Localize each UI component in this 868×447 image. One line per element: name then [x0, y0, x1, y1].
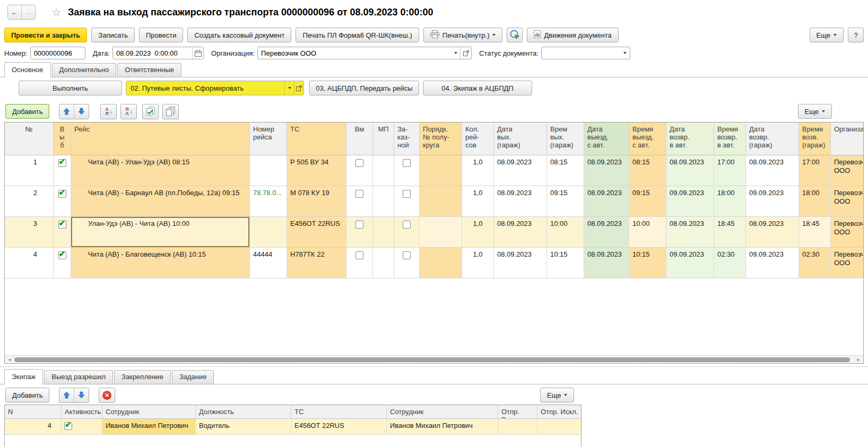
cell-org[interactable]: Перевозчик ООО [831, 248, 864, 278]
column-header-dep_gar_t[interactable]: Врем вых. (гараж) [547, 122, 584, 155]
print-pl-button[interactable]: Печать ПЛ Форма6 QR-ШК(внеш.) [296, 28, 419, 42]
check-all-button[interactable] [142, 104, 159, 119]
column-header-ret_gar_t[interactable]: Время возв. (гараж) [799, 122, 831, 155]
column-header-vm[interactable]: Вм [346, 122, 373, 155]
checkbox[interactable] [58, 221, 66, 229]
cell-sel[interactable] [54, 186, 71, 217]
cell-dep_st_d[interactable]: 08.09.2023 [584, 248, 629, 278]
chevron-down-icon[interactable] [621, 47, 630, 59]
checkbox[interactable] [403, 159, 411, 167]
cell-dep_gar_t[interactable]: 10:15 [547, 248, 584, 278]
cell-dep_st_t[interactable]: 09:15 [629, 186, 666, 217]
cell-trips[interactable]: 1,0 [462, 217, 494, 248]
cell-flight_no[interactable]: 44444 [250, 248, 287, 278]
checkbox[interactable] [355, 251, 363, 259]
flight-row[interactable]: 3Улан-Удэ (АВ) - Чита (АВ) 10:00Е456ОТ 2… [5, 217, 863, 248]
column-header-employee[interactable]: Сотрудник [102, 405, 196, 419]
cell-org[interactable]: Перевозчик ООО [831, 217, 864, 248]
cell-vm[interactable] [346, 155, 373, 186]
cell-zakaz[interactable] [394, 217, 420, 248]
doc-status-input[interactable] [542, 48, 621, 58]
cell-flight_no[interactable] [250, 155, 287, 186]
checkbox[interactable] [403, 221, 411, 229]
column-header-flight_no[interactable]: Номер рейса [250, 122, 287, 155]
back-button[interactable]: ← [8, 5, 22, 19]
cell-ret_st_t[interactable]: 18:00 [714, 186, 746, 217]
cell-flight_no[interactable] [250, 217, 287, 248]
column-header-ts[interactable]: ТС [291, 405, 387, 419]
cell-otpr_vkl[interactable] [498, 419, 537, 435]
tab-otvetstvennye[interactable]: Ответственные [117, 63, 181, 77]
cell-mp[interactable] [373, 217, 394, 248]
execute-button[interactable]: Выполнить [19, 81, 122, 95]
sort-ascending-button[interactable]: АЯ↓ [100, 104, 117, 119]
flight-row[interactable]: 1Чита (АВ) - Улан-Удэ (АВ) 08:15Р 505 ВУ… [5, 155, 863, 186]
stage-combo[interactable]: 02. Путевые листы. Сформировать [126, 81, 304, 95]
cell-vm[interactable] [346, 248, 373, 278]
cell-ts[interactable]: Р 505 ВУ 34 [287, 155, 346, 186]
more-button[interactable]: Еще [810, 28, 844, 42]
cell-dep_st_d[interactable]: 08.09.2023 [584, 217, 629, 248]
open-link-icon[interactable] [294, 81, 303, 95]
cell-ret_gar_t[interactable]: 02:30 [799, 248, 831, 278]
favorite-star-icon[interactable]: ☆ [51, 7, 61, 17]
post-button[interactable]: Провести [139, 28, 184, 42]
tab-zakreplenie[interactable]: Закрепление [114, 370, 171, 384]
cell-org[interactable]: Перевозчик ООО [831, 155, 864, 186]
cell-ret_st_d[interactable]: 08.09.2023 [666, 155, 714, 186]
column-header-reis[interactable]: Рейс [71, 122, 250, 155]
tab-vyezd-razreshil[interactable]: Выезд разрешил [44, 370, 113, 384]
checkbox[interactable] [58, 190, 66, 198]
copy-rows-button[interactable] [162, 104, 179, 119]
cell-flight_no[interactable]: 78.78.0... [250, 186, 287, 217]
cell-ret_st_t[interactable]: 18:45 [714, 217, 746, 248]
refresh-button[interactable] [507, 28, 523, 42]
doc-status-field[interactable] [541, 47, 630, 59]
column-header-position[interactable]: Должность [196, 405, 291, 419]
move-down-button[interactable] [74, 388, 89, 402]
cell-ts[interactable]: Н787ТК 22 [287, 248, 346, 278]
checkbox[interactable] [403, 190, 411, 198]
chevron-down-icon[interactable] [284, 81, 294, 95]
cell-position[interactable]: Водитель [196, 419, 291, 435]
cell-active[interactable] [62, 419, 102, 435]
cell-reis[interactable]: Чита (АВ) - Благовещенск (АВ) 10:15 [71, 248, 250, 278]
cell-dep_gar_d[interactable]: 08.09.2023 [494, 155, 547, 186]
cell-ret_st_t[interactable]: 17:00 [714, 155, 746, 186]
cell-mp[interactable] [373, 155, 394, 186]
column-header-otpr_vkl[interactable]: Отпр. Вкл. [498, 405, 537, 419]
checkbox[interactable] [355, 159, 363, 167]
cell-trips[interactable]: 1,0 [462, 155, 494, 186]
column-header-trips[interactable]: Кол. рей- сов [462, 122, 494, 155]
cell-n[interactable]: 4 [5, 248, 54, 278]
move-up-button[interactable] [59, 104, 74, 119]
stage4-button[interactable]: 04. Экипаж в АЦБПДП [423, 81, 532, 95]
cell-dep_st_d[interactable]: 08.09.2023 [584, 155, 629, 186]
horizontal-scrollbar[interactable]: ◂ ▸ [5, 355, 863, 363]
cell-ret_gar_d[interactable]: 08.09.2023 [746, 155, 799, 186]
cell-otpr_iskl[interactable] [537, 419, 581, 435]
number-input[interactable] [31, 48, 85, 58]
column-header-ret_st_t[interactable]: Время возвр. в авт. [714, 122, 746, 155]
cell-ret_st_d[interactable]: 08.09.2023 [666, 217, 714, 248]
doc-movements-button[interactable]: Движения документа [527, 28, 618, 42]
cell-dep_gar_t[interactable]: 10:00 [547, 217, 584, 248]
organization-input[interactable] [258, 48, 451, 58]
cell-vm[interactable] [346, 186, 373, 217]
cell-zakaz[interactable] [394, 155, 420, 186]
date-field[interactable] [112, 47, 204, 59]
scroll-right-icon[interactable]: ▸ [855, 357, 862, 362]
splitter[interactable] [0, 366, 868, 367]
cell-sel[interactable] [54, 217, 71, 248]
cell-employee[interactable]: Иванов Михаил Петрович [102, 419, 196, 435]
forward-button[interactable]: → [22, 5, 35, 19]
cell-dep_st_t[interactable]: 10:15 [629, 248, 666, 278]
column-header-dep_st_d[interactable]: Дата выезд. с авт. [584, 122, 629, 155]
flights-more-button[interactable]: Еще [798, 104, 832, 119]
cell-dep_gar_d[interactable]: 08.09.2023 [494, 248, 547, 278]
cell-ret_gar_t[interactable]: 18:00 [799, 186, 831, 217]
calendar-icon[interactable] [192, 47, 203, 59]
cell-ret_gar_d[interactable]: 08.09.2023 [746, 217, 799, 248]
cell-n[interactable]: 2 [5, 186, 54, 217]
column-header-otpr_iskl[interactable]: Отпр. Искл. [537, 405, 581, 419]
